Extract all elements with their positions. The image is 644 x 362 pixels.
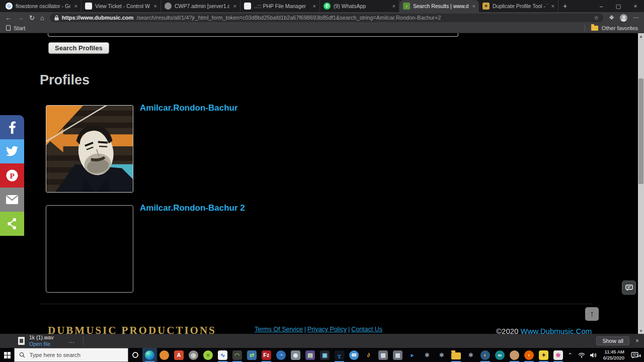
refresh-icon[interactable]: ↻ xyxy=(29,15,35,21)
tab-close-icon[interactable]: × xyxy=(312,3,316,9)
share-email-button[interactable] xyxy=(0,188,24,212)
taskbar-app-arduino-ide[interactable]: ∞ xyxy=(493,348,507,362)
browser-tab-7[interactable]: ✦Duplicate Profile Tool - The Jam× xyxy=(479,0,558,12)
profile-avatar[interactable] xyxy=(620,14,627,22)
browser-tab-4[interactable]: ..::: PHP File Manager× xyxy=(240,0,320,12)
footer-logo: DUBMUSIC PRODUCTIONS xyxy=(48,324,216,334)
share-twitter-button[interactable] xyxy=(0,139,24,163)
download-item[interactable]: 1k (1).wav Open file xyxy=(18,334,53,347)
taskbar-app-mail-globe-app[interactable]: ✉ xyxy=(347,348,361,362)
browser-tab-1[interactable]: Gflowstone oscillator - Google Se× xyxy=(2,0,82,12)
open-file-link[interactable]: Open file xyxy=(29,341,53,347)
taskbar-app-disc-burner-app[interactable]: ◎ xyxy=(186,348,201,362)
browser-tab-2[interactable]: View Ticket - Control Web Panel× xyxy=(82,0,161,12)
search-form-box[interactable] xyxy=(48,33,458,37)
tab-close-icon[interactable]: × xyxy=(391,3,395,9)
new-tab-button[interactable]: + xyxy=(558,0,572,12)
taskbar-app-file-explorer[interactable] xyxy=(449,348,463,362)
taskbar-app-red-media-app[interactable]: A xyxy=(172,348,186,362)
home-icon[interactable]: ⌂ xyxy=(40,15,44,21)
taskbar-app-plugin-mask-app-2[interactable]: ✱ xyxy=(434,348,449,362)
taskbar-app-wave-editor-app[interactable]: ∿ xyxy=(215,348,230,362)
profile-link[interactable]: Amilcar.Rondon-Bachur 2 xyxy=(140,203,245,213)
chat-widget-button[interactable] xyxy=(622,281,636,295)
profile-thumbnail[interactable] xyxy=(46,205,133,293)
browser-tab-5[interactable]: ✆(9) WhatsApp× xyxy=(320,0,399,12)
settings-menu-icon[interactable]: ⋯ xyxy=(633,14,639,21)
privacy-link[interactable]: Privacy Policy xyxy=(307,326,347,333)
taskbar-app-filezilla[interactable]: Fz xyxy=(259,348,274,362)
taskbar-app-music-shell-app[interactable] xyxy=(157,348,172,362)
contact-link[interactable]: Contact Us xyxy=(351,326,382,333)
taskbar-app-winrar-archiver[interactable]: ▤ xyxy=(303,348,317,362)
notification-badge: 14 xyxy=(636,353,641,358)
terms-link[interactable]: Terms Of Service xyxy=(255,326,303,333)
browser-tab-6[interactable]: ♪Search Results | www.dubmusic× xyxy=(399,0,479,12)
cortana-button[interactable] xyxy=(128,348,142,362)
taskbar-app-reaper-daw[interactable]: ◠ xyxy=(230,348,245,362)
taskbar-app-rack-server-app-1[interactable]: ▦ xyxy=(376,348,390,362)
taskbar-app-yellow-finance-app[interactable]: ✦ xyxy=(536,348,551,362)
share-facebook-button[interactable] xyxy=(0,115,24,139)
taskbar-app-plugin-mask-app-3[interactable]: ✱ xyxy=(463,348,478,362)
collections-icon[interactable]: ❖ xyxy=(609,14,614,21)
taskbar-app-overflow-arrow[interactable]: ▸ xyxy=(405,348,420,362)
wifi-icon[interactable] xyxy=(577,352,586,358)
search-profiles-button[interactable]: Search Profiles xyxy=(48,42,109,54)
jamroom-favicon: ✦ xyxy=(482,3,490,10)
scrollbar-down-icon[interactable]: ▼ xyxy=(638,328,644,334)
tab-close-icon[interactable]: × xyxy=(153,3,157,9)
taskbar-search-input[interactable]: Type here to search xyxy=(14,348,128,362)
share-icon xyxy=(6,217,18,230)
scroll-to-top-button[interactable]: ↑ xyxy=(585,307,599,321)
tab-close-icon[interactable]: × xyxy=(73,3,77,9)
show-all-button[interactable]: Show all xyxy=(596,336,629,345)
site-link[interactable]: Www.Dubmusic.Com xyxy=(521,327,592,334)
document-favicon xyxy=(244,3,251,10)
green-lines-app-icon: ≡ xyxy=(203,350,213,360)
scrollbar-up-icon[interactable]: ▲ xyxy=(638,33,644,39)
other-favorites[interactable]: Other favorites xyxy=(585,25,638,32)
scrollbar-thumb[interactable] xyxy=(638,78,643,184)
bookmark-start[interactable]: Start xyxy=(6,25,25,31)
taskbar-app-planet-audio-app[interactable] xyxy=(507,348,522,362)
taskbar-app-rack-server-app-2[interactable]: ▦ xyxy=(390,348,405,362)
download-more-icon[interactable]: … xyxy=(68,337,75,344)
taskbar-app-plugin-mask-app-1[interactable]: ✱ xyxy=(420,348,434,362)
start-button[interactable] xyxy=(0,348,14,362)
tab-close-icon[interactable]: × xyxy=(232,3,236,9)
browser-tab-3[interactable]: CWP7.admin [server1.dubmusic× xyxy=(161,0,240,12)
taskbar-app-green-lines-app[interactable]: ≡ xyxy=(201,348,215,362)
address-bar[interactable]: https://www.dubmusic.com/search/results/… xyxy=(50,14,603,22)
taskbar-clock[interactable]: 11:45 AM 6/25/2020 xyxy=(600,349,624,361)
volume-icon[interactable] xyxy=(589,352,598,358)
mail-globe-app-icon: ✉ xyxy=(349,350,359,360)
tray-chevron-icon[interactable]: ⌃ xyxy=(566,352,575,358)
forward-icon[interactable]: → xyxy=(17,15,24,21)
taskbar-app-gold-symbol-app[interactable]: ∂ xyxy=(361,348,376,362)
share-pinterest-button[interactable]: P xyxy=(0,163,24,188)
tab-close-icon[interactable]: × xyxy=(550,3,554,9)
taskbar-app-camera-capture-app[interactable]: ◉ xyxy=(288,348,303,362)
tab-close-icon[interactable]: × xyxy=(471,3,475,9)
action-center-button[interactable]: 14 xyxy=(627,352,642,358)
favorite-star-icon[interactable]: ☆ xyxy=(594,15,599,21)
download-bar-close-icon[interactable]: × xyxy=(635,337,639,344)
maximize-button[interactable]: ▢ xyxy=(610,0,627,12)
taskbar-app-python-swirl-app[interactable]: ◐ xyxy=(478,348,493,362)
taskbar-app-edge-browser[interactable] xyxy=(142,348,157,362)
page-scrollbar[interactable]: ▲ ▼ xyxy=(638,33,644,334)
taskbar-app-console-utility[interactable]: ▣ xyxy=(317,348,332,362)
back-icon[interactable]: ← xyxy=(5,15,12,21)
section-divider xyxy=(40,304,593,304)
profile-link[interactable]: Amilcar.Rondon-Bachur xyxy=(140,103,238,113)
taskbar-app-firefox[interactable]: ◗ xyxy=(522,348,536,362)
close-button[interactable]: × xyxy=(627,0,644,12)
minimize-button[interactable]: – xyxy=(593,0,610,12)
share-share-button[interactable] xyxy=(0,212,24,236)
taskbar-app-paint-palette-app[interactable]: ❀ xyxy=(551,348,566,362)
profile-thumbnail[interactable] xyxy=(46,105,133,193)
taskbar-app-bridge-truss-app[interactable]: ╥ xyxy=(332,348,347,362)
taskbar-app-backup-sync-app[interactable]: ⇄ xyxy=(245,348,259,362)
taskbar-app-globe-network-app[interactable]: ◔ xyxy=(274,348,288,362)
